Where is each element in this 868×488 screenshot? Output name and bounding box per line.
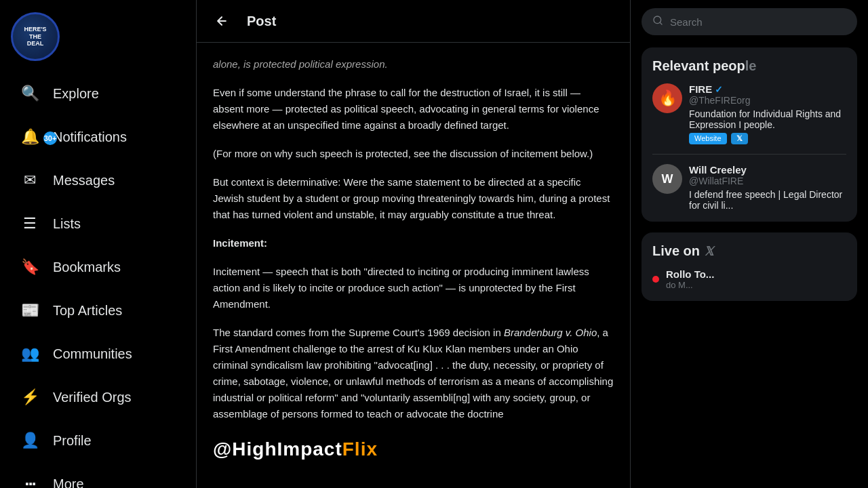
person-item-fire: 🔥 FIRE ✓ @TheFIREorg Foundation for Indi… xyxy=(652,83,846,155)
person-info-fire: FIRE ✓ @TheFIREorg Foundation for Indivi… xyxy=(689,83,846,144)
person-bio-fire: Foundation for Individual Rights and Exp… xyxy=(689,108,846,130)
communities-icon: 👥 xyxy=(19,343,41,365)
post-paragraph: (For more on why such speech is protecte… xyxy=(213,146,614,162)
sidebar-item-lists[interactable]: ☰ Lists xyxy=(5,203,191,244)
live-item-info: Rollo To... do M... xyxy=(666,268,714,290)
verified-icon-fire: ✓ xyxy=(715,84,723,95)
nav-items: 🔍 Explore 🔔 30+ Notifications ✉ Messages… xyxy=(0,72,196,488)
person-info-will: Will Creeley @WillatFIRE I defend free s… xyxy=(689,164,846,211)
person-handle-will: @WillatFIRE xyxy=(689,176,846,186)
relevant-people-title: Relevant people xyxy=(652,58,846,74)
person-avatar-will: W xyxy=(652,164,682,194)
search-bar[interactable]: Search xyxy=(642,8,857,35)
sidebar-item-verified-orgs[interactable]: ⚡ Verified Orgs xyxy=(5,377,191,418)
live-sub: do M... xyxy=(666,280,714,290)
post-paragraph: The standard comes from the Supreme Cour… xyxy=(213,325,614,422)
main-content: Post alone, is protected political expre… xyxy=(197,0,631,488)
post-header: Post xyxy=(197,0,630,43)
sidebar-item-label: Verified Orgs xyxy=(53,390,132,405)
sidebar-item-label: Explore xyxy=(53,86,99,102)
right-sidebar: Search Relevant people 🔥 FIRE ✓ @TheFIRE… xyxy=(631,0,868,488)
person-name-will: Will Creeley xyxy=(689,164,846,176)
person-bio-will: I defend free speech | Legal Director fo… xyxy=(689,189,846,211)
more-icon: ··· xyxy=(19,473,41,488)
sidebar-item-label: Notifications xyxy=(53,129,127,145)
post-paragraph: Even if some understand the phrase to ca… xyxy=(213,85,614,134)
sidebar-item-label: More xyxy=(53,476,84,489)
sidebar-item-label: Bookmarks xyxy=(53,260,121,275)
profile-icon: 👤 xyxy=(19,430,41,451)
post-title: Post xyxy=(247,14,276,29)
incitement-header: Incitement: xyxy=(213,237,267,249)
sidebar-item-notifications[interactable]: 🔔 30+ Notifications xyxy=(5,117,191,157)
top-articles-icon: 📰 xyxy=(19,300,41,321)
live-indicator xyxy=(652,276,659,283)
post-body: alone, is protected political expression… xyxy=(197,43,630,488)
live-name: Rollo To... xyxy=(666,268,714,280)
sidebar-item-communities[interactable]: 👥 Communities xyxy=(5,333,191,374)
sidebar-item-label: Top Articles xyxy=(53,303,122,319)
left-sidebar: HERE'S THE DEAL 🔍 Explore 🔔 30+ Notifica… xyxy=(0,0,197,488)
sidebar-item-label: Lists xyxy=(53,216,81,232)
sidebar-item-more[interactable]: ··· More xyxy=(5,464,191,488)
sidebar-item-top-articles[interactable]: 📰 Top Articles xyxy=(5,290,191,331)
back-button[interactable] xyxy=(210,9,233,33)
live-on-box: Live on 𝕏 Rollo To... do M... xyxy=(642,232,857,301)
person-item-will: W Will Creeley @WillatFIRE I defend free… xyxy=(652,164,846,211)
explore-icon: 🔍 xyxy=(19,83,41,104)
notifications-icon: 🔔 30+ xyxy=(19,126,41,148)
post-paragraph: Incitement — speech that is both "direct… xyxy=(213,264,614,312)
sidebar-item-label: Messages xyxy=(53,173,115,188)
website-badge[interactable]: Website xyxy=(689,133,727,144)
person-handle-fire: @TheFIREorg xyxy=(689,95,846,106)
lists-icon: ☰ xyxy=(19,213,41,235)
watermark-suffix: Flix xyxy=(342,439,378,460)
sidebar-item-label: Communities xyxy=(53,346,132,362)
sidebar-item-explore[interactable]: 🔍 Explore xyxy=(5,73,191,114)
person-name-fire: FIRE ✓ xyxy=(689,83,846,95)
logo-text: HERE'S THE DEAL xyxy=(24,26,46,47)
search-icon xyxy=(652,15,663,28)
search-placeholder: Search xyxy=(670,16,703,28)
sidebar-item-messages[interactable]: ✉ Messages xyxy=(5,160,191,201)
post-paragraph: Incitement: xyxy=(213,235,614,251)
verified-orgs-icon: ⚡ xyxy=(19,386,41,408)
bookmarks-icon: 🔖 xyxy=(19,256,41,278)
post-paragraph: But context is determinative: Were the s… xyxy=(213,174,614,223)
twitter-badge[interactable]: 𝕏 xyxy=(731,133,748,144)
notifications-badge: 30+ xyxy=(43,131,57,145)
watermark: @HighImpactFlix xyxy=(213,434,614,465)
sidebar-item-bookmarks[interactable]: 🔖 Bookmarks xyxy=(5,247,191,287)
sidebar-item-label: Profile xyxy=(53,433,92,449)
logo-area: HERE'S THE DEAL xyxy=(0,7,196,72)
logo-circle: HERE'S THE DEAL xyxy=(11,12,60,61)
sidebar-item-profile[interactable]: 👤 Profile xyxy=(5,420,191,461)
person-links-fire: Website 𝕏 xyxy=(689,133,846,144)
live-item[interactable]: Rollo To... do M... xyxy=(652,268,846,290)
live-on-title: Live on 𝕏 xyxy=(652,243,846,259)
person-avatar-fire: 🔥 xyxy=(652,83,682,113)
post-paragraph: alone, is protected political expression… xyxy=(213,56,614,73)
messages-icon: ✉ xyxy=(19,169,41,191)
relevant-people-box: Relevant people 🔥 FIRE ✓ @TheFIREorg Fou… xyxy=(642,47,857,222)
